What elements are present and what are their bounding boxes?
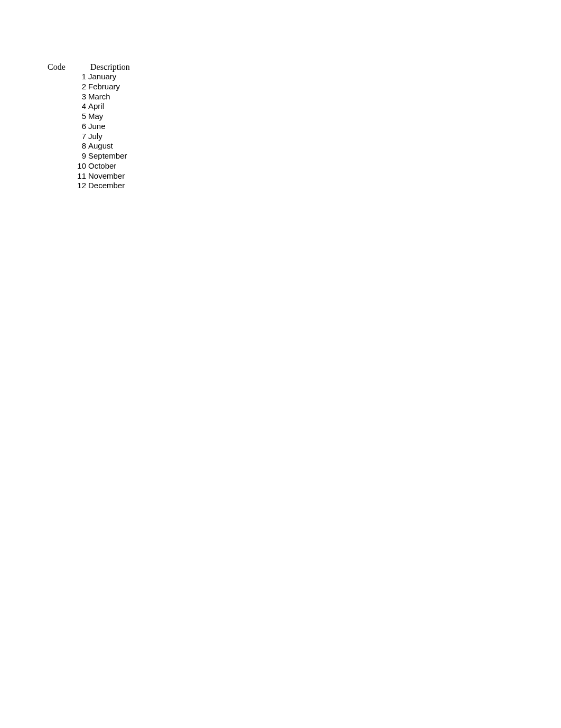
table-row: 11 November xyxy=(48,171,130,181)
table-row: 7 July xyxy=(48,132,130,142)
cell-code: 10 xyxy=(48,161,87,171)
cell-description: December xyxy=(87,181,130,191)
cell-code: 2 xyxy=(48,82,87,92)
cell-description: November xyxy=(87,171,130,181)
cell-code: 9 xyxy=(48,151,87,161)
cell-description: March xyxy=(87,92,130,102)
cell-code: 1 xyxy=(48,72,87,82)
cell-description: February xyxy=(87,82,130,92)
table-row: 1 January xyxy=(48,72,130,82)
cell-description: October xyxy=(87,161,130,171)
table-row: 3 March xyxy=(48,92,130,102)
table-row: 2 February xyxy=(48,82,130,92)
header-description: Description xyxy=(87,62,130,72)
cell-code: 6 xyxy=(48,122,87,132)
header-code: Code xyxy=(48,62,87,72)
cell-description: May xyxy=(87,112,130,122)
cell-description: April xyxy=(87,102,130,112)
table-row: 10 October xyxy=(48,161,130,171)
table-row: 9 September xyxy=(48,151,130,161)
cell-description: June xyxy=(87,122,130,132)
table-row: 4 April xyxy=(48,102,130,112)
table-row: 5 May xyxy=(48,112,130,122)
document-page: Code Description 1 January 2 February 3 … xyxy=(0,0,561,191)
months-table: Code Description 1 January 2 February 3 … xyxy=(48,62,130,191)
cell-description: September xyxy=(87,151,130,161)
cell-code: 8 xyxy=(48,141,87,151)
cell-code: 7 xyxy=(48,132,87,142)
cell-code: 4 xyxy=(48,102,87,112)
cell-description: January xyxy=(87,72,130,82)
cell-description: August xyxy=(87,141,130,151)
table-row: 8 August xyxy=(48,141,130,151)
cell-description: July xyxy=(87,132,130,142)
cell-code: 12 xyxy=(48,181,87,191)
table-row: 6 June xyxy=(48,122,130,132)
table-header-row: Code Description xyxy=(48,62,130,72)
cell-code: 11 xyxy=(48,171,87,181)
cell-code: 3 xyxy=(48,92,87,102)
cell-code: 5 xyxy=(48,112,87,122)
table-row: 12 December xyxy=(48,181,130,191)
